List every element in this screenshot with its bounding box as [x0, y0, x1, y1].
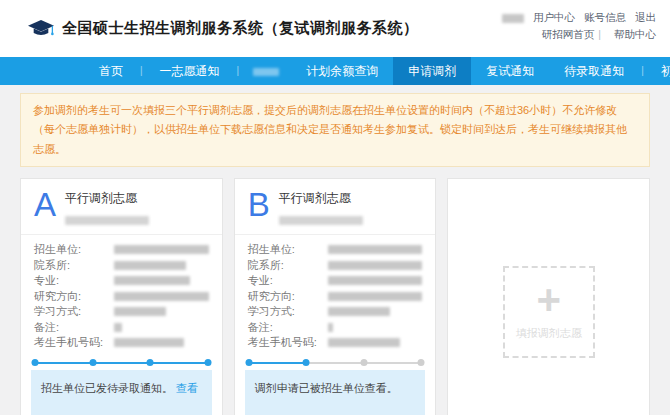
- field-label: 备注:: [34, 320, 114, 335]
- status-message: 招生单位已发待录取通知。查看: [31, 370, 212, 415]
- status-text: 招生单位已发待录取通知。: [41, 382, 173, 394]
- nav-item[interactable]: 申请调剂: [393, 57, 471, 85]
- progress-step-dot: [360, 359, 367, 366]
- card-letter: B: [248, 188, 270, 227]
- portal-home-link[interactable]: 研招网首页: [542, 28, 595, 40]
- account-info-link[interactable]: 账号信息: [584, 11, 626, 23]
- main-nav: 首页|一志愿通知|计划余额查询申请调剂复试通知待录取通知|初试成绩: [0, 57, 670, 85]
- card-title: 平行调剂志愿: [279, 190, 363, 207]
- graduation-cap-icon: [28, 20, 54, 38]
- application-card: B 平行调剂志愿 招生单位:院系所:专业:研究方向:学习方式:备注:考生手机号码…: [234, 178, 437, 415]
- field-row: 招生单位:: [248, 242, 423, 258]
- cards-row: A 平行调剂志愿 招生单位:院系所:专业:研究方向:学习方式:备注:考生手机号码…: [20, 178, 650, 415]
- nav-separator: |: [235, 57, 242, 85]
- nav-item[interactable]: 首页: [84, 57, 138, 85]
- user-center-link[interactable]: 用户中心: [533, 11, 575, 23]
- card-header: A 平行调剂志愿: [21, 179, 222, 235]
- nav-item-redacted[interactable]: [241, 57, 291, 85]
- nav-list: 首页|一志愿通知|计划余额查询申请调剂复试通知待录取通知|初试成绩: [0, 57, 670, 85]
- card-letter: A: [34, 188, 56, 227]
- progress-step-dot: [418, 359, 425, 366]
- status-view-link[interactable]: 查看: [176, 382, 198, 394]
- field-row: 研究方向:: [34, 288, 209, 304]
- nav-item[interactable]: 复试通知: [471, 57, 549, 85]
- main-content: 参加调剂的考生可一次填报三个平行调剂志愿，提交后的调剂志愿在招生单位设置的时间内…: [0, 93, 670, 415]
- field-value-redacted: [114, 261, 186, 270]
- logout-link[interactable]: 退出: [635, 11, 656, 23]
- field-value-redacted: [328, 323, 333, 332]
- header-user-area: 用户中心账号信息退出 研招网首页|帮助中心: [502, 9, 656, 43]
- field-label: 研究方向:: [34, 289, 114, 304]
- portal-links-row: 研招网首页|帮助中心: [502, 26, 656, 43]
- field-label: 院系所:: [34, 258, 114, 273]
- field-value-redacted: [328, 292, 423, 301]
- progress-step-dot: [303, 359, 310, 366]
- nav-item[interactable]: 初试成绩: [646, 57, 670, 85]
- field-value-redacted: [328, 338, 400, 347]
- username-redacted: [502, 14, 524, 23]
- progress-fill: [35, 362, 208, 364]
- status-text: 调剂申请已被招生单位查看。: [255, 382, 398, 394]
- field-label: 备注:: [248, 320, 328, 335]
- progress-step-dot: [204, 359, 211, 366]
- field-value-redacted: [114, 245, 209, 254]
- progress-step-dot: [32, 359, 39, 366]
- field-label: 院系所:: [248, 258, 328, 273]
- field-value-redacted: [114, 292, 209, 301]
- field-value-redacted: [114, 276, 190, 285]
- add-application-dashed-box: + 填报调剂志愿: [503, 266, 595, 358]
- field-value-redacted: [114, 307, 166, 316]
- application-card: A 平行调剂志愿 招生单位:院系所:专业:研究方向:学习方式:备注:考生手机号码…: [20, 178, 223, 415]
- field-label: 学习方式:: [34, 304, 114, 319]
- user-links-row: 用户中心账号信息退出: [502, 9, 656, 26]
- progress-step-dot: [89, 359, 96, 366]
- field-label: 研究方向:: [248, 289, 328, 304]
- field-row: 学习方式:: [248, 304, 423, 320]
- progress-fill: [249, 362, 307, 364]
- field-row: 考生手机号码:: [248, 335, 423, 351]
- link-separator: |: [598, 28, 601, 40]
- card-fields: 招生单位:院系所:专业:研究方向:学习方式:备注:考生手机号码:: [21, 235, 222, 353]
- status-message: 调剂申请已被招生单位查看。: [245, 370, 426, 415]
- plus-icon: +: [536, 282, 561, 318]
- field-label: 考生手机号码:: [248, 335, 328, 350]
- nav-separator: |: [639, 57, 646, 85]
- add-application-card[interactable]: + 填报调剂志愿: [447, 178, 650, 415]
- field-label: 专业:: [34, 273, 114, 288]
- field-row: 备注:: [34, 319, 209, 335]
- field-value-redacted: [328, 261, 423, 270]
- field-row: 院系所:: [34, 257, 209, 273]
- nav-item[interactable]: 待录取通知: [549, 57, 639, 85]
- card-fields: 招生单位:院系所:专业:研究方向:学习方式:备注:考生手机号码:: [235, 235, 436, 353]
- nav-item[interactable]: 一志愿通知: [145, 57, 235, 85]
- notice-banner: 参加调剂的考生可一次填报三个平行调剂志愿，提交后的调剂志愿在招生单位设置的时间内…: [20, 93, 650, 167]
- field-label: 学习方式:: [248, 304, 328, 319]
- card-title: 平行调剂志愿: [65, 190, 149, 207]
- field-row: 备注:: [248, 319, 423, 335]
- redacted-bar: [253, 68, 279, 76]
- field-row: 专业:: [248, 273, 423, 289]
- field-row: 考生手机号码:: [34, 335, 209, 351]
- card-date-redacted: [65, 213, 149, 227]
- field-label: 专业:: [248, 273, 328, 288]
- app-header: 全国硕士生招生调剂服务系统（复试调剂服务系统） 用户中心账号信息退出 研招网首页…: [0, 0, 670, 57]
- help-center-link[interactable]: 帮助中心: [614, 28, 656, 40]
- nav-item[interactable]: 计划余额查询: [291, 57, 393, 85]
- field-label: 招生单位:: [34, 242, 114, 257]
- card-header: B 平行调剂志愿: [235, 179, 436, 235]
- progress-step-dot: [147, 359, 154, 366]
- field-row: 学习方式:: [34, 304, 209, 320]
- add-application-label: 填报调剂志愿: [516, 326, 582, 341]
- progress-step-dot: [245, 359, 252, 366]
- field-row: 研究方向:: [248, 288, 423, 304]
- field-value-redacted: [328, 245, 423, 254]
- field-row: 院系所:: [248, 257, 423, 273]
- field-value-redacted: [328, 307, 390, 316]
- card-date-redacted: [279, 213, 363, 227]
- field-label: 考生手机号码:: [34, 335, 114, 350]
- field-label: 招生单位:: [248, 242, 328, 257]
- app-title: 全国硕士生招生调剂服务系统（复试调剂服务系统）: [62, 19, 419, 38]
- nav-separator: |: [138, 57, 145, 85]
- field-row: 专业:: [34, 273, 209, 289]
- field-value-redacted: [114, 323, 122, 332]
